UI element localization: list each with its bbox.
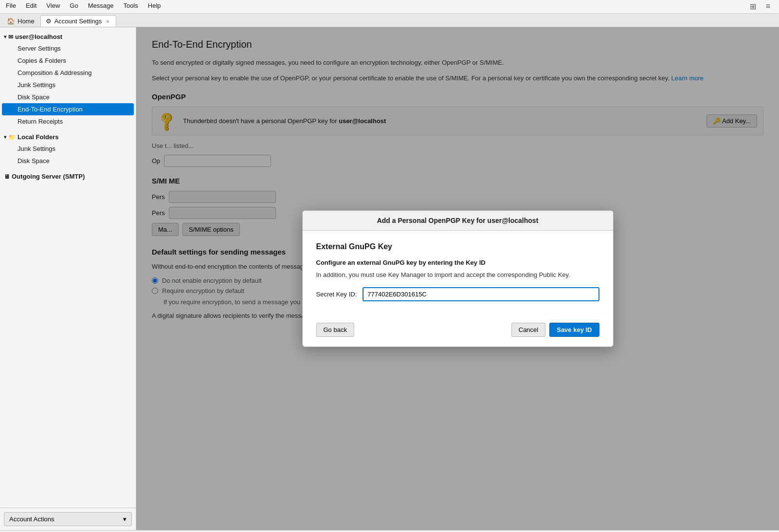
sidebar-content: ▾ ✉ user@localhost Server Settings Copie… — [0, 27, 136, 508]
tab-close-button[interactable]: × — [105, 18, 110, 25]
sidebar-item-junk-settings[interactable]: Junk Settings — [2, 79, 134, 91]
tab-home[interactable]: 🏠 Home — [2, 15, 39, 27]
menu-tools[interactable]: Tools — [119, 1, 142, 12]
menu-edit[interactable]: Edit — [22, 1, 40, 12]
account-actions-label: Account Actions — [9, 515, 54, 523]
sidebar-item-composition-addressing[interactable]: Composition & Addressing — [2, 67, 134, 79]
sidebar-item-end-to-end-encryption[interactable]: End-To-End Encryption — [2, 103, 134, 115]
toolbar-icon-2[interactable]: ≡ — [763, 1, 773, 12]
menu-go[interactable]: Go — [66, 1, 82, 12]
modal-configure-title: Configure an external GnuPG key by enter… — [316, 259, 599, 266]
home-label: Home — [18, 18, 35, 25]
sidebar-item-return-receipts[interactable]: Return Receipts — [2, 115, 134, 128]
sidebar-account-header[interactable]: ▾ ✉ user@localhost — [0, 31, 136, 42]
tab-account-settings[interactable]: ⚙ Account Settings × — [40, 15, 116, 27]
modal-configure-desc: In addition, you must use Key Manager to… — [316, 270, 599, 280]
modal-footer: Go back Cancel Save key ID — [303, 317, 613, 347]
account-actions-button[interactable]: Account Actions ▾ — [4, 512, 132, 526]
local-folders-arrow-icon: ▾ — [4, 134, 6, 140]
sidebar-outgoing-server-label: Outgoing Server (SMTP) — [12, 173, 85, 180]
modal-body: External GnuPG Key Configure an external… — [303, 231, 613, 317]
toolbar-right: ⊞ ≡ — [747, 1, 777, 12]
save-key-id-button[interactable]: Save key ID — [549, 323, 599, 337]
outgoing-server-icon: 🖥 — [4, 173, 10, 180]
tabbar: 🏠 Home ⚙ Account Settings × — [0, 14, 779, 27]
menu-message[interactable]: Message — [84, 1, 118, 12]
sidebar-item-local-junk-settings[interactable]: Junk Settings — [2, 143, 134, 155]
modal-dialog: Add a Personal OpenPGP Key for user@loca… — [302, 210, 614, 348]
sidebar-item-disk-space[interactable]: Disk Space — [2, 91, 134, 103]
sidebar-local-folders-label: Local Folders — [18, 133, 59, 141]
menu-file[interactable]: File — [2, 1, 20, 12]
sidebar-account-label: user@localhost — [15, 33, 62, 40]
go-back-button[interactable]: Go back — [316, 323, 354, 337]
menu-view[interactable]: View — [42, 1, 64, 12]
sidebar-outgoing-server-header[interactable]: 🖥 Outgoing Server (SMTP) — [0, 171, 136, 182]
sidebar-item-server-settings[interactable]: Server Settings — [2, 42, 134, 55]
secret-key-id-input[interactable] — [362, 287, 599, 301]
modal-section-title: External GnuPG Key — [316, 242, 599, 251]
sidebar-item-local-disk-space[interactable]: Disk Space — [2, 155, 134, 167]
account-arrow-icon: ▾ — [4, 34, 6, 39]
cancel-button[interactable]: Cancel — [511, 323, 545, 337]
account-envelope-icon: ✉ — [8, 34, 13, 40]
modal-backdrop: Add a Personal OpenPGP Key for user@loca… — [136, 27, 779, 530]
menubar: File Edit View Go Message Tools Help ⊞ ≡ — [0, 0, 779, 14]
sidebar-footer: Account Actions ▾ — [0, 508, 136, 530]
modal-footer-right: Cancel Save key ID — [511, 323, 599, 337]
toolbar-icon-1[interactable]: ⊞ — [747, 1, 759, 12]
sidebar-item-copies-folders[interactable]: Copies & Folders — [2, 55, 134, 67]
secret-key-id-label: Secret Key ID: — [316, 291, 357, 298]
home-icon: 🏠 — [7, 18, 15, 25]
tab-settings-icon: ⚙ — [46, 18, 52, 25]
menu-help[interactable]: Help — [144, 1, 165, 12]
modal-header: Add a Personal OpenPGP Key for user@loca… — [303, 211, 613, 231]
statusbar: 📡 — [0, 530, 779, 532]
account-actions-arrow-icon: ▾ — [123, 515, 127, 523]
tab-settings-label: Account Settings — [54, 18, 102, 25]
content-area: End-To-End Encryption To send encrypted … — [136, 27, 779, 530]
local-folders-folder-icon: 📁 — [8, 134, 16, 141]
main-layout: ▾ ✉ user@localhost Server Settings Copie… — [0, 27, 779, 530]
sidebar-local-folders-header[interactable]: ▾ 📁 Local Folders — [0, 131, 136, 143]
modal-input-row: Secret Key ID: — [316, 287, 599, 301]
sidebar: ▾ ✉ user@localhost Server Settings Copie… — [0, 27, 136, 530]
